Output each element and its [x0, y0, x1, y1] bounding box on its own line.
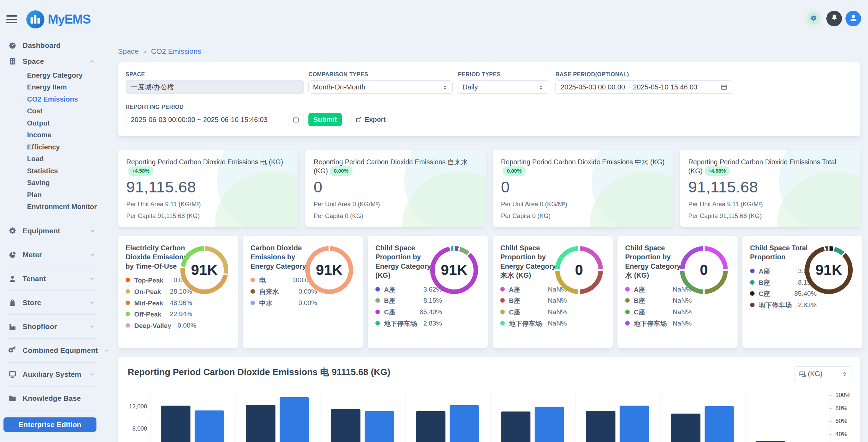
- sidebar-item-equipment[interactable]: Equipment: [0, 223, 104, 239]
- legend-value: 85.40%: [417, 308, 442, 316]
- sidebar-divider: [8, 338, 96, 339]
- myems-logo[interactable]: MyEMS: [26, 10, 91, 28]
- legend-item[interactable]: B座8.15%: [375, 297, 480, 305]
- gear-icon: [807, 12, 820, 25]
- legend-item[interactable]: Deep-Valley0.00%: [126, 322, 230, 330]
- legend-label: 电: [259, 276, 292, 285]
- legend-item[interactable]: C座NaN%: [625, 308, 730, 317]
- breadcrumb-current[interactable]: CO2 Emissions: [151, 47, 201, 55]
- breadcrumb: Space » CO2 Emissions: [118, 47, 201, 55]
- brand-name: MyEMS: [48, 12, 91, 27]
- legend-label: Top-Peak: [134, 276, 167, 285]
- pie-chart-icon: [8, 251, 17, 259]
- hamburger-menu-icon[interactable]: [6, 15, 17, 25]
- legend-value: 2.83%: [417, 320, 442, 327]
- base-period-input[interactable]: [560, 83, 718, 92]
- donut-card-0: Electricity Carbon Dioxide Emissions by …: [118, 236, 238, 348]
- sidebar-item-statistics[interactable]: Statistics: [0, 165, 104, 177]
- calendar-icon[interactable]: [292, 116, 299, 123]
- chevron-down-icon: [90, 252, 95, 258]
- legend-item[interactable]: B座NaN%: [625, 297, 730, 305]
- comparison-types-value: Month-On-Month: [313, 83, 365, 91]
- legend-value: NaN%: [667, 308, 692, 316]
- bar: [280, 397, 309, 442]
- legend-item[interactable]: B座NaN%: [500, 297, 605, 305]
- stat-per-capita: Per Capita 91,115.68 (KG): [126, 213, 290, 220]
- export-button[interactable]: Export: [351, 113, 390, 126]
- right-axis-tick: [829, 408, 832, 409]
- reporting-period-input-wrap: [126, 113, 304, 126]
- legend-label: B座: [384, 297, 417, 305]
- shopping-bag-icon: [8, 298, 17, 307]
- legend-label: A座: [509, 286, 542, 294]
- sidebar-item-dashboard[interactable]: Dashboard: [0, 37, 104, 53]
- legend-item[interactable]: 地下停车场NaN%: [625, 320, 730, 328]
- sidebar-item-energy-item[interactable]: Energy Item: [0, 81, 104, 94]
- grid-line-vertical: [746, 392, 746, 442]
- folder-icon: [8, 394, 17, 402]
- sidebar-item-load[interactable]: Load: [0, 153, 104, 165]
- right-axis-tick-label: 80%: [835, 405, 847, 412]
- chart-unit-select[interactable]: 电 (KG): [794, 366, 852, 381]
- sidebar-item-plan[interactable]: Plan: [0, 189, 104, 201]
- sidebar-item-energy-category[interactable]: Energy Category: [0, 69, 104, 81]
- legend-value: 0.00%: [171, 322, 196, 329]
- legend-color-dot: [375, 287, 380, 292]
- sidebar-item-label: Equipment: [23, 227, 60, 235]
- notifications-button[interactable]: [826, 11, 842, 26]
- stat-card-title: Reporting Period Carbon Dioxide Emission…: [126, 157, 290, 177]
- submit-button[interactable]: Submit: [308, 113, 342, 126]
- sidebar-item-auxiliary-system[interactable]: Auxiliary System: [0, 366, 104, 382]
- sidebar-item-store[interactable]: Store: [0, 295, 104, 311]
- sidebar-item-space[interactable]: Space: [0, 53, 104, 69]
- legend-item[interactable]: 地下停车场2.83%: [750, 301, 855, 310]
- comparison-types-select[interactable]: Month-On-Month: [308, 80, 453, 94]
- legend-item[interactable]: Off-Peak22.94%: [126, 310, 230, 319]
- period-types-value: Daily: [462, 83, 478, 91]
- legend-item[interactable]: 中水0.00%: [250, 299, 355, 307]
- bar: [161, 406, 190, 442]
- legend-color-dot: [500, 321, 505, 326]
- select-arrows-icon: [442, 84, 448, 90]
- legend-label: C座: [509, 308, 542, 317]
- sidebar-item-environment-monitor[interactable]: Environment Monitor: [0, 201, 104, 213]
- legend-item[interactable]: C座NaN%: [500, 308, 605, 317]
- legend-color-dot: [126, 312, 130, 316]
- sidebar-item-combined-equipment[interactable]: Combined Equipment: [0, 343, 104, 358]
- bar: [671, 414, 700, 442]
- user-avatar[interactable]: [845, 11, 861, 26]
- enterprise-edition-button[interactable]: Enterprise Edition: [3, 417, 96, 432]
- calendar-icon[interactable]: [721, 84, 727, 90]
- stat-card-title: Reporting Period Carbon Dioxide Emission…: [314, 157, 477, 177]
- space-input[interactable]: [130, 83, 299, 92]
- settings-button[interactable]: [804, 9, 823, 28]
- legend-item[interactable]: 地下停车场2.83%: [375, 320, 480, 328]
- sidebar-item-meter[interactable]: Meter: [0, 247, 104, 263]
- legend-color-dot: [126, 323, 130, 328]
- sidebar-item-tenant[interactable]: Tenant: [0, 271, 104, 287]
- legend-item[interactable]: 地下停车场NaN%: [500, 320, 605, 328]
- sidebar-item-efficiency[interactable]: Efficiency: [0, 141, 104, 153]
- right-axis-tick: [829, 434, 832, 435]
- grid-line-vertical: [321, 392, 321, 442]
- grid-line-vertical: [491, 392, 491, 442]
- legend-label: 自来水: [259, 288, 292, 296]
- stat-card-value: 0: [314, 178, 477, 196]
- sidebar-item-cost[interactable]: Cost: [0, 105, 104, 118]
- period-types-select[interactable]: Daily: [458, 80, 548, 94]
- donut-center-value: 0: [555, 246, 603, 294]
- user-icon: [849, 13, 858, 24]
- legend-item[interactable]: Mid-Peak48.96%: [126, 299, 230, 307]
- sidebar-item-shopfloor[interactable]: Shopfloor: [0, 319, 104, 335]
- sidebar-item-saving[interactable]: Saving: [0, 177, 104, 189]
- legend-color-dot: [625, 298, 630, 303]
- legend-label: 地下停车场: [509, 320, 542, 328]
- sidebar-item-output[interactable]: Output: [0, 117, 104, 129]
- sidebar-item-knowledge-base[interactable]: Knowledge Base: [0, 390, 104, 406]
- legend-color-dot: [625, 310, 630, 314]
- legend-item[interactable]: C座85.40%: [375, 308, 480, 317]
- sidebar-item-income[interactable]: Income: [0, 129, 104, 141]
- sidebar-item-co2-emissions[interactable]: CO2 Emissions: [0, 93, 104, 105]
- reporting-period-input[interactable]: [130, 115, 290, 124]
- stat-per-capita: Per Capita 0 (KG): [314, 213, 477, 220]
